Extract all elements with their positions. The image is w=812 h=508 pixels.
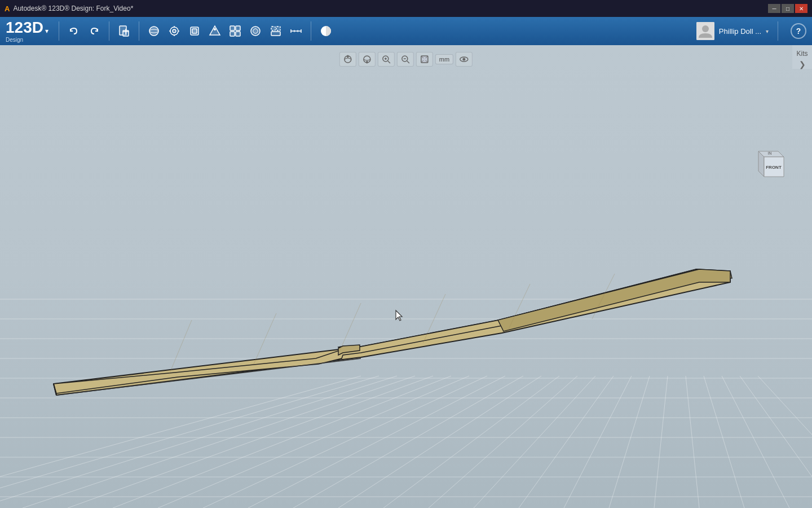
close-button[interactable]: ✕ [795, 4, 807, 13]
view-cube-svg: FRONT IN [747, 146, 789, 188]
pan-icon [363, 55, 372, 64]
measure-button[interactable] [286, 21, 306, 41]
measure-icon [290, 25, 302, 37]
logo-dropdown-icon: ▾ [45, 27, 48, 35]
svg-line-36 [388, 61, 390, 63]
kits-panel: Kits ❯ [792, 45, 812, 69]
perspective-button[interactable] [416, 52, 433, 67]
logo-text: 123D [6, 20, 43, 36]
modify-button[interactable] [245, 21, 266, 41]
svg-point-48 [463, 58, 466, 61]
sketch-button[interactable] [164, 21, 184, 41]
grid-canvas [0, 45, 812, 508]
group-button[interactable] [266, 21, 286, 41]
svg-rect-19 [236, 32, 240, 36]
undo-button[interactable] [64, 21, 84, 41]
minimize-button[interactable]: ─ [768, 4, 780, 13]
sketch-icon [168, 25, 180, 37]
redo-button[interactable] [84, 21, 104, 41]
redo-icon [89, 25, 100, 37]
construct-button[interactable] [184, 21, 205, 41]
eye-icon [460, 55, 469, 64]
kits-arrow-icon[interactable]: ❯ [799, 60, 806, 69]
svg-rect-18 [230, 32, 235, 36]
help-icon: ? [796, 27, 801, 36]
display-mode-button[interactable] [456, 52, 473, 67]
logo-sub: Design [6, 37, 23, 43]
modify-icon [249, 25, 262, 37]
svg-rect-17 [236, 26, 240, 30]
svg-rect-13 [192, 29, 197, 33]
title-bar: A Autodesk® 123D® Design: Fork_Video* ─ … [0, 0, 812, 17]
svg-rect-21 [276, 27, 280, 30]
view-cube[interactable]: FRONT IN [747, 146, 789, 188]
svg-rect-20 [271, 27, 275, 30]
svg-line-40 [407, 61, 409, 63]
svg-point-30 [702, 25, 709, 32]
separator-4 [311, 21, 311, 41]
unit-toggle[interactable]: mm [435, 54, 453, 64]
svg-text:IN: IN [768, 151, 772, 155]
pan-button[interactable] [359, 52, 376, 67]
svg-point-15 [214, 28, 216, 30]
title-bar-left: A Autodesk® 123D® Design: Fork_Video* [5, 5, 133, 13]
material-icon [320, 25, 332, 37]
user-avatar [696, 22, 714, 40]
separator-3 [139, 21, 139, 41]
avatar-icon [696, 22, 714, 40]
svg-text:FRONT: FRONT [766, 165, 782, 170]
app-title: Autodesk® 123D® Design: Fork_Video* [13, 5, 133, 12]
new-file-icon [118, 25, 130, 37]
perspective-icon [420, 55, 429, 64]
svg-point-34 [366, 61, 368, 63]
zoom-icon [382, 55, 391, 64]
kits-label: Kits [796, 50, 807, 58]
title-bar-controls: ─ □ ✕ [768, 4, 807, 13]
orbit-button[interactable] [339, 52, 356, 67]
undo-icon [68, 25, 80, 37]
maximize-button[interactable]: □ [782, 4, 794, 13]
primitives-icon [148, 25, 160, 37]
svg-point-32 [347, 56, 348, 58]
new-file-button[interactable] [114, 21, 134, 41]
orbit-icon [343, 55, 352, 64]
svg-point-7 [173, 29, 176, 33]
view-controls: mm [339, 52, 473, 67]
fit-button[interactable] [397, 52, 414, 67]
fit-icon [401, 55, 410, 64]
help-button[interactable]: ? [791, 23, 806, 39]
transform-icon [209, 25, 221, 37]
app-icon: A [5, 5, 10, 13]
material-button[interactable] [316, 21, 336, 41]
separator-5 [778, 21, 778, 41]
zoom-button[interactable] [378, 52, 395, 67]
user-name[interactable]: Phillip Doll ... [719, 27, 761, 36]
toolbar: 123D Design ▾ [0, 17, 812, 45]
logo-area[interactable]: 123D Design ▾ [6, 20, 48, 43]
pattern-icon [229, 25, 241, 37]
pattern-button[interactable] [225, 21, 245, 41]
separator-1 [59, 21, 59, 41]
primitives-button[interactable] [144, 21, 164, 41]
separator-2 [109, 21, 109, 41]
transform-button[interactable] [205, 21, 225, 41]
group-icon [270, 25, 282, 37]
svg-rect-16 [230, 26, 235, 30]
svg-rect-22 [271, 32, 280, 36]
user-dropdown-icon[interactable]: ▾ [766, 28, 769, 34]
user-area: Phillip Doll ... ▾ ? [696, 21, 806, 41]
svg-point-4 [149, 27, 158, 36]
viewport[interactable]: mm Kits ❯ FRONT IN [0, 45, 812, 508]
construct-icon [188, 25, 201, 37]
